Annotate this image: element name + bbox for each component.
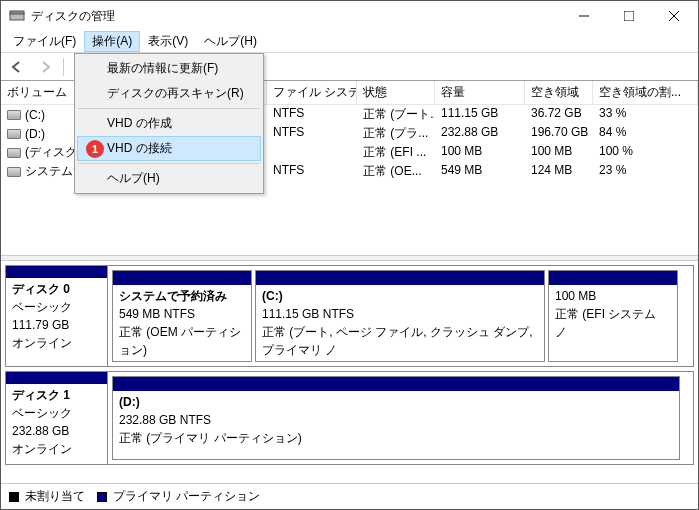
menu-separator	[78, 108, 260, 109]
menu-action[interactable]: 操作(A)	[84, 31, 140, 52]
legend-primary-label: プライマリ パーティション	[113, 488, 260, 505]
disk-layout-pane: ディスク 0ベーシック111.79 GBオンラインシステムで予約済み549 MB…	[1, 261, 698, 483]
menu-help-item[interactable]: ヘルプ(H)	[77, 166, 261, 191]
svg-rect-1	[10, 11, 24, 14]
menu-refresh[interactable]: 最新の情報に更新(F)	[77, 56, 261, 81]
app-icon	[9, 8, 25, 24]
col-fs[interactable]: ファイル システム	[267, 81, 357, 104]
col-free[interactable]: 空き領域	[525, 81, 593, 104]
menu-view[interactable]: 表示(V)	[140, 31, 196, 52]
partition[interactable]: システムで予約済み549 MB NTFS正常 (OEM パーティション)	[112, 270, 252, 362]
partition[interactable]: 100 MB正常 (EFI システム ノ	[548, 270, 678, 362]
maximize-button[interactable]	[606, 2, 651, 30]
disk-row[interactable]: ディスク 1ベーシック232.88 GBオンライン(D:)232.88 GB N…	[5, 371, 694, 465]
titlebar: ディスクの管理	[1, 1, 698, 31]
window-title: ディスクの管理	[31, 8, 561, 25]
legend-primary-box	[97, 492, 107, 502]
menu-help[interactable]: ヘルプ(H)	[196, 31, 265, 52]
menu-attach-vhd-label: VHD の接続	[107, 141, 172, 155]
col-status[interactable]: 状態	[357, 81, 435, 104]
disk-info[interactable]: ディスク 0ベーシック111.79 GBオンライン	[6, 266, 108, 366]
menu-separator	[78, 163, 260, 164]
toolbar-separator	[63, 58, 64, 76]
legend-unalloc-label: 未割り当て	[25, 488, 85, 505]
menu-rescan[interactable]: ディスクの再スキャン(R)	[77, 81, 261, 106]
action-dropdown: 最新の情報に更新(F) ディスクの再スキャン(R) VHD の作成 1 VHD …	[74, 53, 264, 194]
partition[interactable]: (C:)111.15 GB NTFS正常 (ブート, ページ ファイル, クラッ…	[255, 270, 545, 362]
legend: 未割り当て プライマリ パーティション	[1, 483, 698, 509]
col-capacity[interactable]: 容量	[435, 81, 525, 104]
svg-rect-3	[624, 11, 634, 21]
callout-badge: 1	[86, 140, 104, 158]
close-button[interactable]	[651, 2, 696, 30]
partition[interactable]: (D:)232.88 GB NTFS正常 (プライマリ パーティション)	[112, 376, 680, 460]
menu-attach-vhd[interactable]: 1 VHD の接続	[77, 136, 261, 161]
menu-create-vhd[interactable]: VHD の作成	[77, 111, 261, 136]
legend-unalloc-box	[9, 492, 19, 502]
back-button[interactable]	[5, 56, 29, 78]
disk-info[interactable]: ディスク 1ベーシック232.88 GBオンライン	[6, 372, 108, 464]
disk-row[interactable]: ディスク 0ベーシック111.79 GBオンラインシステムで予約済み549 MB…	[5, 265, 694, 367]
minimize-button[interactable]	[561, 2, 606, 30]
menubar: ファイル(F) 操作(A) 表示(V) ヘルプ(H)	[1, 31, 698, 53]
col-freepct[interactable]: 空き領域の割...	[593, 81, 698, 104]
menu-file[interactable]: ファイル(F)	[5, 31, 84, 52]
forward-button[interactable]	[33, 56, 57, 78]
